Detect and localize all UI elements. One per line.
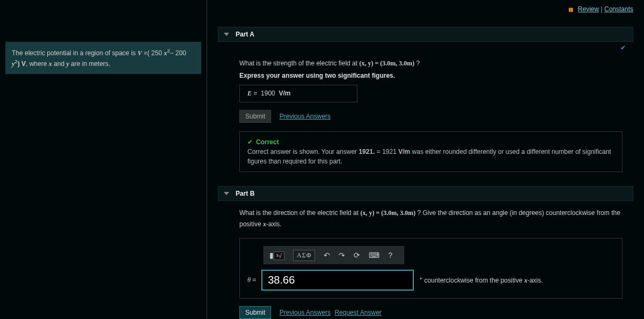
book-icon: ▮▮	[568, 6, 573, 12]
part-a-title: Part A	[236, 31, 254, 38]
part-a-header[interactable]: Part A	[218, 27, 633, 42]
problem-statement: The electric potential in a region of sp…	[5, 42, 201, 74]
check-icon: ✔	[620, 44, 628, 51]
answer-toolbar: ▮ᵡ√ ΑΣΦ ↶ ↷ ⟳ ⌨ ?	[264, 246, 404, 264]
part-b-header[interactable]: Part B	[218, 186, 633, 201]
keyboard-button[interactable]: ⌨	[369, 251, 379, 259]
answer-input-b[interactable]	[261, 270, 414, 291]
templates-button[interactable]: ▮ᵡ√	[269, 251, 284, 259]
help-button[interactable]: ?	[388, 251, 392, 259]
greek-button[interactable]: ΑΣΦ	[293, 250, 315, 261]
reset-button[interactable]: ⟳	[354, 251, 360, 259]
caret-down-icon	[224, 33, 229, 36]
request-answer-b[interactable]: Request Answer	[334, 309, 381, 316]
top-links: ▮▮ Review | Constants	[218, 0, 633, 23]
caret-down-icon	[224, 192, 229, 195]
constants-link[interactable]: Constants	[604, 5, 633, 13]
answer-area-b: ▮ᵡ√ ΑΣΦ ↶ ↷ ⟳ ⌨ ? θ = ∘ counterclockwise…	[239, 238, 623, 299]
redo-button[interactable]: ↷	[339, 251, 345, 259]
undo-button[interactable]: ↶	[324, 251, 330, 259]
review-link[interactable]: Review	[578, 5, 599, 13]
previous-answers-a[interactable]: Previous Answers	[280, 113, 331, 120]
submit-button-a[interactable]: Submit	[239, 110, 271, 123]
check-green-icon: ✔	[247, 138, 253, 146]
part-b-title: Part B	[236, 190, 254, 197]
submit-button-b[interactable]: Submit	[239, 306, 271, 319]
previous-answers-b[interactable]: Previous Answers	[280, 309, 331, 316]
answer-readonly-a: E = 1900 V/m	[239, 85, 357, 102]
part-b-body: What is the direction of the electric fi…	[218, 201, 633, 319]
feedback-a: ✔Correct Correct answer is shown. Your a…	[239, 131, 623, 172]
part-a-body: What is the strength of the electric fie…	[218, 51, 633, 182]
instruction-a: Express your answer using two significan…	[239, 72, 623, 79]
